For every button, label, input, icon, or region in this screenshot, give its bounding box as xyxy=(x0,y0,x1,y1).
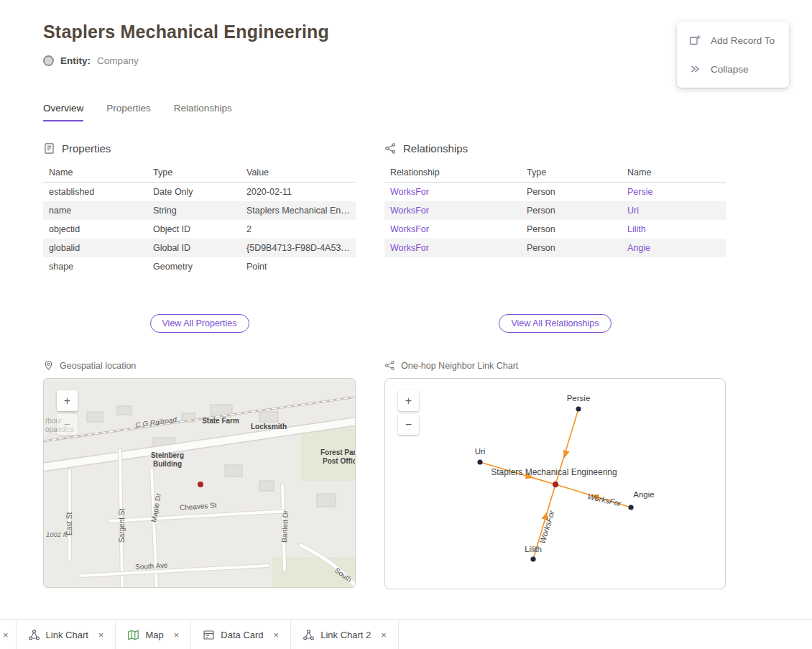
geospatial-title: Geospatial location xyxy=(60,361,136,371)
link-chart-icon xyxy=(28,629,40,641)
link-chart-icon xyxy=(303,629,315,641)
table-header-row: Name Type Value xyxy=(43,163,356,183)
relationships-actions: View All Relationships xyxy=(384,314,726,333)
node-center-entity[interactable] xyxy=(553,482,558,487)
col-name: Name xyxy=(43,163,147,183)
map-canvas[interactable]: + − xyxy=(43,378,356,588)
col-relationship: Relationship xyxy=(384,163,521,183)
table-row: established Date Only 2020-02-11 xyxy=(43,183,356,202)
bottom-tab-link-chart-2[interactable]: Link Chart 2 × xyxy=(290,620,399,649)
close-tab-icon[interactable]: × xyxy=(381,630,387,640)
entity-value: Company xyxy=(97,55,139,66)
cell-value: Point xyxy=(241,257,356,276)
relationship-link[interactable]: WorksFor xyxy=(390,243,429,253)
relationships-title: Relationships xyxy=(403,142,468,155)
chart-zoom-in-button[interactable]: + xyxy=(398,390,419,411)
relationships-table: Relationship Type Name WorksFor Person P… xyxy=(384,163,726,257)
map-zoom-out-button[interactable]: − xyxy=(57,414,78,435)
close-tab-icon[interactable]: × xyxy=(98,630,104,640)
menu-item-add-record-to[interactable]: Add Record To xyxy=(677,26,789,55)
close-tab-icon[interactable]: × xyxy=(274,630,280,640)
cell-type: Object ID xyxy=(147,220,241,239)
offscreen-tab-close-icon[interactable]: × xyxy=(0,630,16,640)
relationships-column: Relationships Relationship Type Name Wor… xyxy=(384,142,726,589)
properties-table-area: Name Type Value established Date Only 20… xyxy=(43,163,356,313)
view-all-relationships-button[interactable]: View All Relationships xyxy=(499,314,611,333)
tab-overview[interactable]: Overview xyxy=(43,103,83,121)
cell-value: 2020-02-11 xyxy=(241,183,356,202)
col-type: Type xyxy=(521,163,622,183)
close-tab-icon[interactable]: × xyxy=(174,630,180,640)
one-hop-header: One-hop Neighbor Link Chart xyxy=(384,360,726,371)
menu-item-collapse[interactable]: Collapse xyxy=(677,55,789,83)
menu-item-label: Add Record To xyxy=(711,35,775,46)
bottom-tab-map[interactable]: Map × xyxy=(115,620,190,649)
node-label-lilith: Lilith xyxy=(525,545,542,553)
cell-type: Person xyxy=(521,220,622,239)
one-hop-title: One-hop Neighbor Link Chart xyxy=(401,361,518,371)
related-entity-link[interactable]: Angie xyxy=(627,243,650,253)
data-card-icon xyxy=(203,629,215,641)
chart-zoom-out-button[interactable]: − xyxy=(398,414,419,435)
map-label-locksmith: Locksmith xyxy=(251,423,287,431)
node-lilith[interactable] xyxy=(530,556,535,561)
cell-name: shape xyxy=(43,257,147,276)
table-row: name String Staplers Mechanical Eng… xyxy=(43,201,356,220)
edge-label-worksfor: WorksFor xyxy=(538,508,556,544)
bottom-tab-data-card[interactable]: Data Card × xyxy=(190,620,290,649)
relationship-link[interactable]: WorksFor xyxy=(390,206,429,216)
cell-value: Staplers Mechanical Eng… xyxy=(241,201,356,220)
chart-zoom-controls: + − xyxy=(398,390,419,435)
entity-label: Entity: xyxy=(60,55,91,66)
bottom-tab-label: Data Card xyxy=(221,630,263,640)
map-label-forest-2: Post Offic xyxy=(323,457,356,465)
cell-name: established xyxy=(43,183,147,202)
related-entity-link[interactable]: Uri xyxy=(627,206,639,216)
tab-relationships[interactable]: Relationships xyxy=(174,103,232,121)
link-chart-graphic: WorksFor WorksFor Persie Uri Angie Lilit… xyxy=(385,379,725,589)
node-label-uri: Uri xyxy=(475,447,486,456)
relationship-link[interactable]: WorksFor xyxy=(390,187,429,197)
table-row: WorksFor Person Angie xyxy=(384,239,726,257)
map-icon xyxy=(127,629,139,641)
cell-type: Person xyxy=(521,183,622,202)
map-label-steinberg-2: Building xyxy=(153,460,182,468)
map-label-forest-1: Forest Par xyxy=(320,448,356,456)
table-header-row: Relationship Type Name xyxy=(384,163,726,183)
cell-type: String xyxy=(147,201,241,220)
table-row: shape Geometry Point xyxy=(43,257,356,276)
properties-column: Properties Name Type Value established D… xyxy=(43,142,356,588)
data-card-page: Staplers Mechanical Engineering Entity: … xyxy=(0,0,812,649)
entity-location-marker[interactable] xyxy=(198,482,203,487)
cell-type: Date Only xyxy=(147,183,241,202)
map-label-sargent-st: Sargent St xyxy=(118,509,126,543)
relationships-section-header: Relationships xyxy=(384,142,726,155)
node-uri[interactable] xyxy=(477,459,482,464)
map-zoom-in-button[interactable]: + xyxy=(57,390,78,411)
node-angie[interactable] xyxy=(628,505,633,510)
node-persie[interactable] xyxy=(576,406,581,411)
related-entity-link[interactable]: Lilith xyxy=(627,224,646,234)
properties-table: Name Type Value established Date Only 20… xyxy=(43,163,356,276)
map-scale-label: 1002 ft xyxy=(46,530,67,538)
related-entity-link[interactable]: Persie xyxy=(627,187,652,197)
relationships-icon xyxy=(384,142,397,155)
add-record-icon xyxy=(688,34,701,47)
tab-properties[interactable]: Properties xyxy=(106,103,151,121)
bottom-tab-label: Link Chart 2 xyxy=(320,630,371,640)
node-label-persie: Persie xyxy=(567,394,591,402)
link-chart-canvas[interactable]: + − WorksFor WorksFor xyxy=(384,378,726,589)
node-label-center: Staplers Mechanical Engineering xyxy=(491,467,617,477)
table-row: objectid Object ID 2 xyxy=(43,220,356,239)
link-chart-node-labels: Persie Uri Angie Lilith Staplers Mechani… xyxy=(475,394,655,553)
relationship-link[interactable]: WorksFor xyxy=(390,224,429,234)
properties-title: Properties xyxy=(62,142,111,155)
bottom-tab-link-chart[interactable]: Link Chart × xyxy=(16,620,116,649)
properties-actions: View All Properties xyxy=(43,314,356,333)
menu-item-label: Collapse xyxy=(711,64,749,75)
link-chart-icon xyxy=(384,360,395,371)
collapse-icon xyxy=(688,63,701,75)
edge-label-worksfor: WorksFor xyxy=(587,492,623,508)
col-value: Value xyxy=(241,163,356,183)
view-all-properties-button[interactable]: View All Properties xyxy=(150,314,249,333)
